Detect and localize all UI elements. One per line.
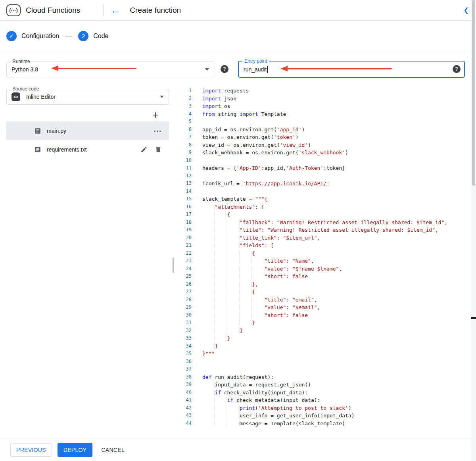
step-configuration-label[interactable]: Configuration [21,33,59,40]
code-line[interactable]: 28 "title": "email", [177,296,471,304]
source-code-label: Source code [10,86,41,92]
line-number: 20 [177,234,192,242]
code-line[interactable]: 35}""" [177,350,471,358]
code-line[interactable]: 7token = os.environ.get('token') [177,133,471,141]
code-line[interactable]: 43 user_info = get_user_info(input_data) [177,412,471,420]
annotation-arrow-entry-point [287,68,392,69]
source-code-select[interactable]: Source code <> Inline Editor [6,89,169,105]
product-title: Cloud Functions [26,6,80,15]
line-number: 38 [177,373,192,381]
deploy-button[interactable]: DEPLOY [58,443,93,457]
code-line[interactable]: 42 print('Attempting to post to slack') [177,404,471,412]
code-line[interactable]: 18 "fallback": "Warning! Restricted asse… [177,219,471,227]
file-list: main.py ⋯ requirements.txt [6,121,169,159]
annotation-arrowhead-entry-point [280,66,288,71]
code-line[interactable]: 27 { [177,288,471,296]
previous-button[interactable]: PREVIOUS [10,443,52,457]
line-number: 36 [177,358,192,366]
edit-file-icon[interactable] [140,146,148,153]
code-line[interactable]: 33 } [177,334,471,342]
line-number: 4 [177,110,192,118]
step-code-circle[interactable]: 2 [78,31,88,41]
code-line[interactable]: 16 "attachments": [ [177,203,471,211]
line-number: 10 [177,157,192,165]
editor-resize-handle[interactable] [173,258,174,273]
runtime-label: Runtime [10,59,32,64]
cancel-button[interactable]: CANCEL [96,443,130,457]
line-number: 39 [177,381,192,389]
line-number: 3 [177,102,192,110]
chevron-down-icon [160,96,164,98]
line-number: 18 [177,219,192,227]
code-line[interactable]: 25 "short": false [177,273,471,280]
code-line[interactable]: 17 { [177,211,471,219]
code-line[interactable]: 12 [177,172,471,180]
code-line[interactable]: 38def run_audit(request): [177,373,471,381]
code-line[interactable]: 23 "title": "Name", [177,257,471,265]
annotation-arrowhead-runtime [51,65,58,71]
code-line[interactable]: 30 "short": false [177,311,471,319]
code-line[interactable]: 14 [177,188,471,196]
code-line[interactable]: 37 [177,365,471,373]
scrollbar-thumb[interactable] [472,0,475,186]
code-line[interactable]: 20 "title_link": "$item_url", [177,234,471,242]
logo-glyph: (···) [9,7,18,13]
code-line[interactable]: 9slack_webhook = os.environ.get('slack_w… [177,149,471,157]
more-options-icon[interactable]: ⋯ [154,127,162,135]
line-number: 40 [177,389,192,397]
line-number: 6 [177,126,192,134]
code-line[interactable]: 36 [177,358,471,366]
code-line[interactable]: 13iconik_url = 'https://app.iconik.io/AP… [177,180,471,188]
code-line[interactable]: 15slack_template = """{ [177,195,471,203]
back-arrow-icon[interactable]: ← [111,6,120,15]
code-line[interactable]: 11headers = {'App-ID':app_id,'Auth-Token… [177,164,471,172]
line-number: 28 [177,296,192,304]
code-line[interactable]: 39 input_data = request.get_json() [177,381,471,389]
code-line[interactable]: 8view_id = os.environ.get('view_id') [177,141,471,149]
code-line[interactable]: 1import requests [177,87,471,95]
file-row-main-py[interactable]: main.py ⋯ [6,121,169,140]
step-configuration-check-icon[interactable]: ✓ [6,31,17,41]
collapse-panel-chevron-icon[interactable]: ❮ [464,6,469,14]
runtime-select[interactable]: Runtime Python 3.8 [6,61,214,77]
code-line[interactable]: 24 "value": "$fname $lname", [177,265,471,273]
code-line[interactable]: 10 [177,157,471,165]
code-line[interactable]: 34 ] [177,342,471,350]
code-line[interactable]: 19 "title": "Warning! Restricted asset i… [177,226,471,234]
line-number: 16 [177,203,192,211]
entry-point-value: run_audit [244,66,267,73]
cloud-functions-logo-icon: (···) [6,4,21,16]
line-number: 21 [177,242,192,250]
code-line[interactable]: 41 if check_metadata(input_data): [177,396,471,404]
step-code-label[interactable]: Code [93,33,108,40]
code-line[interactable]: 22 { [177,250,471,257]
code-line[interactable]: 32 ] [177,327,471,335]
code-lines: 1import requests2import json3import os4f… [177,87,471,427]
code-line[interactable]: 29 "value": "$email", [177,303,471,311]
runtime-help-icon[interactable]: ? [221,65,228,73]
code-line[interactable]: 2import json [177,95,471,103]
line-number: 35 [177,350,192,358]
code-line[interactable]: 40 if check_validity(input_data): [177,389,471,397]
file-icon [34,146,41,153]
code-line[interactable]: 44 message = Template(slack_template) [177,420,471,428]
line-number: 27 [177,288,192,296]
code-line[interactable]: 21 "fields": [ [177,242,471,250]
code-line[interactable]: 26 }, [177,280,471,288]
file-row-requirements-txt[interactable]: requirements.txt [6,140,169,159]
code-line[interactable]: 6app_id = os.environ.get('app_id') [177,126,471,134]
code-line[interactable]: 4from string import Template [177,110,471,118]
code-line[interactable]: 5 [177,118,471,126]
step-code-number: 2 [82,33,85,39]
line-number: 32 [177,327,192,335]
code-line[interactable]: 31 } [177,319,471,327]
entry-point-help-icon[interactable]: ? [453,65,461,73]
code-editor[interactable]: 1import requests2import json3import os4f… [177,87,471,438]
code-line[interactable]: 3import os [177,102,471,110]
delete-file-icon[interactable] [155,146,162,153]
file-name: main.py [47,128,66,134]
line-number: 26 [177,280,192,288]
inline-editor-code-icon: <> [12,92,20,101]
line-number: 17 [177,211,192,219]
add-file-button[interactable]: + [151,108,160,122]
